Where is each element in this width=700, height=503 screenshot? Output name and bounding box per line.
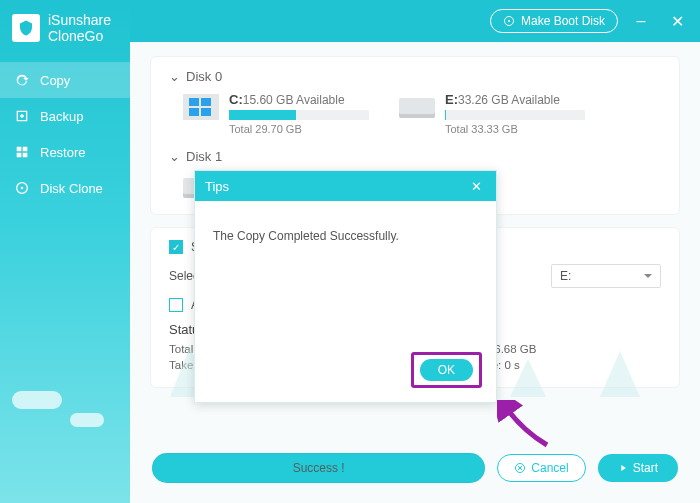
- modal-message: The Copy Completed Successfully.: [213, 229, 399, 243]
- partition-e[interactable]: E:33.26 GB Available Total 33.33 GB: [399, 92, 585, 135]
- disk-title: Disk 0: [186, 69, 222, 84]
- select-value: E:: [560, 269, 571, 283]
- after-checkbox[interactable]: [169, 298, 183, 312]
- tips-modal: Tips ✕ The Copy Completed Successfully. …: [194, 170, 497, 403]
- svg-rect-5: [189, 98, 199, 106]
- button-label: Cancel: [531, 461, 568, 475]
- sidebar-item-label: Restore: [40, 145, 86, 160]
- sidebar: iSunshare CloneGo Copy Backup Restore Di…: [0, 0, 130, 503]
- app-root: iSunshare CloneGo Copy Backup Restore Di…: [0, 0, 700, 503]
- ok-highlight: OK: [411, 352, 482, 388]
- disk-title: Disk 1: [186, 149, 222, 164]
- app-title: iSunshare CloneGo: [48, 12, 111, 44]
- modal-close-button[interactable]: ✕: [466, 179, 486, 194]
- sidebar-item-label: Disk Clone: [40, 181, 103, 196]
- chevron-down-icon: ⌄: [169, 149, 180, 164]
- ok-button[interactable]: OK: [420, 359, 473, 381]
- cancel-icon: [514, 462, 526, 474]
- titlebar: Make Boot Disk – ✕: [130, 0, 700, 42]
- button-label: OK: [438, 363, 455, 377]
- bottombar: Success ! Cancel Start: [130, 443, 700, 503]
- partition-info: C:15.60 GB Available Total 29.70 GB: [229, 92, 369, 135]
- chevron-down-icon: ⌄: [169, 69, 180, 84]
- disc-icon: [503, 15, 515, 27]
- svg-point-3: [508, 20, 510, 22]
- disk-icon: [14, 180, 30, 196]
- partition-info: E:33.26 GB Available Total 33.33 GB: [445, 92, 585, 135]
- disk1-header[interactable]: ⌄ Disk 1: [169, 149, 661, 164]
- target-partition-select[interactable]: E:: [551, 264, 661, 288]
- modal-body: The Copy Completed Successfully.: [195, 201, 496, 342]
- boot-label: Make Boot Disk: [521, 14, 605, 28]
- progress-text: Success !: [293, 461, 345, 475]
- minimize-button[interactable]: –: [628, 12, 654, 30]
- modal-title: Tips: [205, 179, 229, 194]
- sidebar-item-label: Copy: [40, 73, 70, 88]
- sidebar-item-copy[interactable]: Copy: [0, 62, 130, 98]
- svg-rect-8: [201, 108, 211, 116]
- modal-titlebar: Tips ✕: [195, 171, 496, 201]
- sidebar-nav: Copy Backup Restore Disk Clone: [0, 62, 130, 206]
- cancel-button[interactable]: Cancel: [497, 454, 585, 482]
- app-logo: iSunshare CloneGo: [0, 0, 130, 62]
- svg-rect-4: [183, 94, 219, 120]
- sidebar-scenery: [0, 383, 130, 503]
- play-icon: [618, 463, 628, 473]
- close-button[interactable]: ✕: [664, 12, 690, 31]
- svg-point-1: [21, 187, 24, 190]
- svg-rect-6: [201, 98, 211, 106]
- make-boot-disk-button[interactable]: Make Boot Disk: [490, 9, 618, 33]
- partition-c[interactable]: C:15.60 GB Available Total 29.70 GB: [183, 92, 369, 135]
- sidebar-item-disk-clone[interactable]: Disk Clone: [0, 170, 130, 206]
- plus-box-icon: [14, 108, 30, 124]
- modal-footer: OK: [195, 342, 496, 402]
- start-button[interactable]: Start: [598, 454, 678, 482]
- disk0-header[interactable]: ⌄ Disk 0: [169, 69, 661, 84]
- disk0-partitions: C:15.60 GB Available Total 29.70 GB E:33…: [169, 92, 661, 135]
- set-checkbox[interactable]: ✓: [169, 240, 183, 254]
- refresh-icon: [14, 72, 30, 88]
- svg-rect-7: [189, 108, 199, 116]
- windows-drive-icon: [183, 94, 219, 122]
- sidebar-item-restore[interactable]: Restore: [0, 134, 130, 170]
- sidebar-item-label: Backup: [40, 109, 83, 124]
- logo-icon: [12, 14, 40, 42]
- grid-icon: [14, 144, 30, 160]
- drive-icon: [399, 94, 435, 122]
- progress-bar: Success !: [152, 453, 485, 483]
- sidebar-item-backup[interactable]: Backup: [0, 98, 130, 134]
- button-label: Start: [633, 461, 658, 475]
